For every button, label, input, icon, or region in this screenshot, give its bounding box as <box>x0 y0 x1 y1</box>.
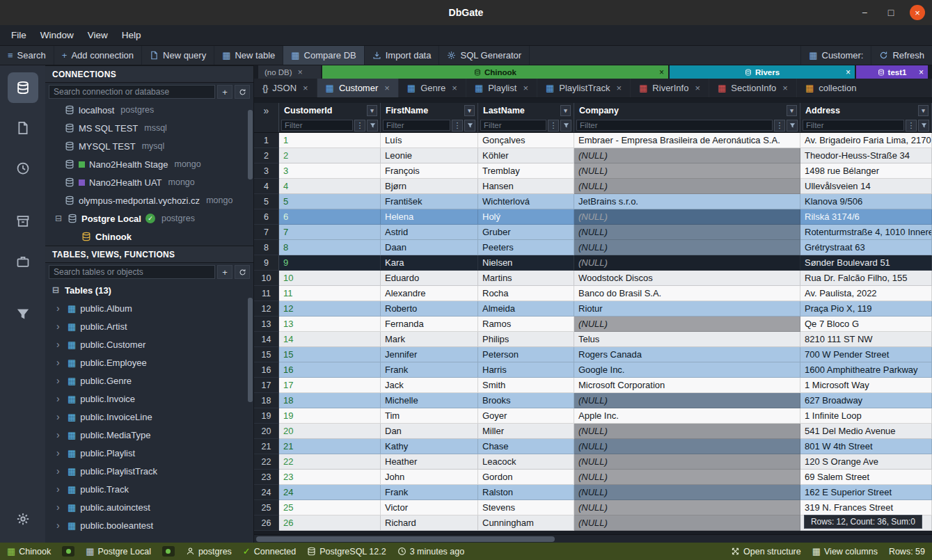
filter-funnel-button[interactable] <box>787 120 798 131</box>
close-icon[interactable]: × <box>659 67 664 77</box>
status-item-postgres[interactable]: postgres <box>186 547 232 557</box>
grid-cell[interactable]: Rotenturmstraße 4, 1010 Innere Stadt <box>800 225 932 240</box>
grid-cell[interactable]: Klanova 9/506 <box>800 194 932 209</box>
filter-menu-button[interactable]: ⋮ <box>774 120 785 131</box>
row-number[interactable]: 14 <box>254 332 279 347</box>
grid-cell[interactable]: Frank <box>381 485 478 500</box>
status-item-view-columns[interactable]: ▦View columns <box>812 547 878 557</box>
close-icon[interactable]: × <box>695 83 700 93</box>
table-item-public-artist[interactable]: ›▦public.Artist <box>45 317 253 335</box>
grid-cell[interactable]: Rocha <box>478 286 574 301</box>
toolbar-button-customer[interactable]: ▦Customer: <box>800 46 871 65</box>
close-icon[interactable]: × <box>298 67 303 77</box>
toolbar-button-add-connection[interactable]: +Add connection <box>54 46 142 65</box>
column-menu-button[interactable]: ▾ <box>464 105 475 116</box>
menu-item-file[interactable]: File <box>4 27 33 43</box>
grid-cell[interactable]: (NULL) <box>574 424 800 439</box>
row-number[interactable]: 16 <box>254 362 279 378</box>
sidebar-icon-history[interactable] <box>8 153 38 184</box>
tab-playlist[interactable]: ▦Playlist× <box>466 79 537 97</box>
connection-item-nano2health-stage[interactable]: Nano2Health Stagemongo <box>45 155 253 173</box>
grid-cell[interactable]: Harris <box>478 362 574 378</box>
grid-cell[interactable]: Kara <box>381 255 478 271</box>
connection-item-chinook[interactable]: Chinook <box>45 227 253 246</box>
grid-cell[interactable]: (NULL) <box>574 485 800 500</box>
grid-cell[interactable]: Gordon <box>478 470 574 485</box>
grid-horizontal-scrollbar[interactable] <box>256 536 555 542</box>
grid-cell[interactable]: JetBrains s.r.o. <box>574 194 800 209</box>
grid-cell[interactable]: Goyer <box>478 408 574 424</box>
grid-cell[interactable]: 14 <box>279 332 381 347</box>
close-icon[interactable]: × <box>782 83 788 93</box>
tab-playlisttrack[interactable]: ▦PlaylistTrack× <box>537 79 631 97</box>
grid-cell[interactable]: Kathy <box>381 439 478 454</box>
grid-cell[interactable]: Stevens <box>478 500 574 515</box>
grid-cell[interactable]: (NULL) <box>574 454 800 470</box>
grid-cell[interactable]: 801 W 4th Street <box>800 439 932 454</box>
grid-cell[interactable]: Dan <box>381 424 478 439</box>
chevron-right-icon[interactable]: › <box>56 321 63 332</box>
status-item-postgresql-12-2[interactable]: PostgreSQL 12.2 <box>307 547 386 557</box>
filter-menu-button[interactable]: ⋮ <box>548 120 559 131</box>
tab-json[interactable]: {}JSON× <box>254 79 317 97</box>
row-number[interactable]: 9 <box>254 255 279 271</box>
grid-cell[interactable]: 24 <box>279 485 381 500</box>
filter-funnel-button[interactable] <box>918 120 929 131</box>
sidebar-icon-files[interactable] <box>8 113 38 143</box>
row-number[interactable]: 25 <box>254 500 279 515</box>
close-icon[interactable]: × <box>846 67 851 77</box>
grid-cell[interactable]: Ramos <box>478 317 574 332</box>
grid-cell[interactable]: Wichterlová <box>478 194 574 209</box>
grid-cell[interactable]: František <box>381 194 478 209</box>
grid-cell[interactable]: (NULL) <box>574 255 800 271</box>
grid-cell[interactable]: 22 <box>279 454 381 470</box>
grid-cell[interactable]: (NULL) <box>574 393 800 408</box>
filter-menu-button[interactable]: ⋮ <box>906 120 917 131</box>
status-item-chinook[interactable]: ▦Chinook <box>7 547 51 557</box>
grid-cell[interactable]: Embraer - Empresa Brasileira de Aeronáut… <box>574 133 800 148</box>
close-icon[interactable]: × <box>452 83 457 93</box>
grid-cell[interactable]: 16 <box>279 362 381 378</box>
connections-scrollbar[interactable] <box>248 110 253 179</box>
grid-cell[interactable]: Victor <box>381 500 478 515</box>
grid-cell[interactable]: Brooks <box>478 393 574 408</box>
toolbar-button-new-query[interactable]: New query <box>142 46 214 65</box>
grid-cell[interactable]: Qe 7 Bloco G <box>800 317 932 332</box>
grid-cell[interactable]: 6 <box>279 209 381 225</box>
grid-cell[interactable]: Eduardo <box>381 271 478 286</box>
grid-cell[interactable]: 1 <box>279 133 381 148</box>
tab-group-test1[interactable]: test1× <box>856 65 928 79</box>
row-number[interactable]: 18 <box>254 393 279 408</box>
column-menu-button[interactable]: ▾ <box>560 105 571 116</box>
table-item-public-invoice[interactable]: ›▦public.Invoice <box>45 390 253 408</box>
grid-cell[interactable]: Frank <box>381 362 478 378</box>
column-menu-button[interactable]: ▾ <box>918 105 929 116</box>
table-item-public-genre[interactable]: ›▦public.Genre <box>45 371 253 390</box>
toolbar-button-refresh[interactable]: Refresh <box>871 46 932 65</box>
chevron-right-icon[interactable]: › <box>56 447 63 458</box>
chevron-right-icon[interactable]: › <box>56 483 63 495</box>
grid-cell[interactable]: (NULL) <box>574 470 800 485</box>
grid-cell[interactable]: 19 <box>279 408 381 424</box>
grid-cell[interactable]: Nielsen <box>478 255 574 271</box>
grid-cell[interactable]: 162 E Superior Street <box>800 485 932 500</box>
grid-cell[interactable]: Holý <box>478 209 574 225</box>
tab-genre[interactable]: ▦Genre× <box>399 79 466 97</box>
grid-cell[interactable]: (NULL) <box>574 148 800 163</box>
table-item-public-invoiceline[interactable]: ›▦public.InvoiceLine <box>45 408 253 426</box>
grid-cell[interactable]: 1 Microsoft Way <box>800 378 932 393</box>
grid-cell[interactable]: 319 N. Frances Street <box>800 500 932 515</box>
row-number[interactable]: 26 <box>254 515 279 531</box>
row-number[interactable]: 10 <box>254 271 279 286</box>
filter-funnel-button[interactable] <box>367 120 378 131</box>
connection-item-postgre-local[interactable]: ⊟Postgre Local✓postgres <box>45 209 253 227</box>
grid-cell[interactable]: 4 <box>279 179 381 194</box>
grid-header-cell-customerid[interactable]: CustomerId▾ <box>279 103 381 118</box>
row-number[interactable]: 15 <box>254 347 279 362</box>
grid-cell[interactable]: (NULL) <box>574 209 800 225</box>
refresh-tables-button[interactable] <box>235 265 250 279</box>
toolbar-button-import-data[interactable]: Import data <box>365 46 440 65</box>
grid-cell[interactable]: Praça Pio X, 119 <box>800 301 932 317</box>
refresh-connections-button[interactable] <box>235 85 250 99</box>
grid-cell[interactable]: Theodor-Heuss-Straße 34 <box>800 148 932 163</box>
